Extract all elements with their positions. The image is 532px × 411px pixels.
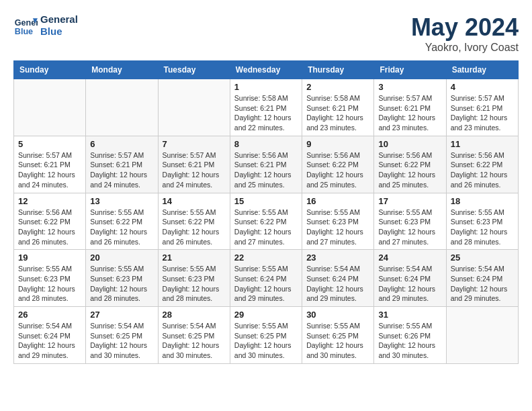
calendar-cell: 4Sunrise: 5:57 AMSunset: 6:21 PMDaylight…	[446, 79, 518, 136]
day-info: Sunrise: 5:55 AMSunset: 6:23 PMDaylight:…	[451, 208, 514, 247]
day-number: 1	[234, 82, 298, 92]
calendar-cell: 7Sunrise: 5:57 AMSunset: 6:21 PMDaylight…	[158, 136, 230, 193]
calendar-cell: 20Sunrise: 5:55 AMSunset: 6:23 PMDayligh…	[86, 250, 158, 307]
day-number: 4	[451, 82, 514, 92]
location: Yaokro, Ivory Coast	[411, 42, 519, 54]
calendar-cell: 11Sunrise: 5:56 AMSunset: 6:22 PMDayligh…	[446, 136, 518, 193]
logo-icon: General Blue	[13, 13, 38, 38]
calendar-cell: 22Sunrise: 5:55 AMSunset: 6:24 PMDayligh…	[230, 250, 302, 307]
calendar-cell: 15Sunrise: 5:55 AMSunset: 6:22 PMDayligh…	[230, 193, 302, 250]
day-info: Sunrise: 5:55 AMSunset: 6:23 PMDaylight:…	[18, 264, 81, 304]
calendar-cell: 28Sunrise: 5:54 AMSunset: 6:25 PMDayligh…	[158, 307, 230, 364]
calendar-cell: 27Sunrise: 5:54 AMSunset: 6:25 PMDayligh…	[86, 307, 158, 364]
day-info: Sunrise: 5:54 AMSunset: 6:25 PMDaylight:…	[90, 321, 153, 361]
calendar-cell: 30Sunrise: 5:55 AMSunset: 6:25 PMDayligh…	[302, 307, 374, 364]
calendar-cell: 10Sunrise: 5:56 AMSunset: 6:22 PMDayligh…	[374, 136, 446, 193]
day-info: Sunrise: 5:55 AMSunset: 6:22 PMDaylight:…	[234, 208, 298, 247]
calendar-cell: 9Sunrise: 5:56 AMSunset: 6:22 PMDaylight…	[302, 136, 374, 193]
calendar-cell: 26Sunrise: 5:54 AMSunset: 6:24 PMDayligh…	[14, 307, 86, 364]
calendar-cell: 12Sunrise: 5:56 AMSunset: 6:22 PMDayligh…	[14, 193, 86, 250]
day-info: Sunrise: 5:56 AMSunset: 6:22 PMDaylight:…	[18, 208, 81, 247]
calendar-cell	[86, 79, 158, 136]
day-number: 23	[306, 253, 369, 263]
day-info: Sunrise: 5:55 AMSunset: 6:23 PMDaylight:…	[306, 208, 369, 247]
day-number: 16	[306, 196, 369, 206]
day-number: 31	[378, 310, 441, 320]
calendar-table: SundayMondayTuesdayWednesdayThursdayFrid…	[13, 60, 519, 364]
calendar-cell: 13Sunrise: 5:55 AMSunset: 6:22 PMDayligh…	[86, 193, 158, 250]
calendar-header-row: SundayMondayTuesdayWednesdayThursdayFrid…	[14, 61, 519, 79]
day-number: 13	[90, 196, 153, 206]
day-number: 9	[306, 139, 369, 149]
svg-text:Blue: Blue	[15, 27, 33, 36]
day-info: Sunrise: 5:54 AMSunset: 6:25 PMDaylight:…	[163, 321, 226, 361]
day-info: Sunrise: 5:58 AMSunset: 6:21 PMDaylight:…	[234, 93, 298, 133]
day-info: Sunrise: 5:55 AMSunset: 6:23 PMDaylight:…	[90, 264, 153, 304]
day-number: 2	[306, 82, 369, 92]
calendar-cell: 14Sunrise: 5:55 AMSunset: 6:22 PMDayligh…	[158, 193, 230, 250]
day-info: Sunrise: 5:55 AMSunset: 6:23 PMDaylight:…	[163, 264, 226, 304]
calendar-cell: 24Sunrise: 5:54 AMSunset: 6:24 PMDayligh…	[374, 250, 446, 307]
calendar-week-row: 19Sunrise: 5:55 AMSunset: 6:23 PMDayligh…	[14, 250, 519, 307]
calendar-cell: 3Sunrise: 5:57 AMSunset: 6:21 PMDaylight…	[374, 79, 446, 136]
day-number: 8	[234, 139, 298, 149]
day-number: 20	[90, 253, 153, 263]
day-number: 30	[306, 310, 369, 320]
calendar-cell: 25Sunrise: 5:54 AMSunset: 6:24 PMDayligh…	[446, 250, 518, 307]
day-info: Sunrise: 5:57 AMSunset: 6:21 PMDaylight:…	[90, 150, 153, 190]
day-info: Sunrise: 5:58 AMSunset: 6:21 PMDaylight:…	[306, 93, 369, 133]
day-number: 11	[451, 139, 514, 149]
day-info: Sunrise: 5:55 AMSunset: 6:22 PMDaylight:…	[90, 208, 153, 247]
day-info: Sunrise: 5:56 AMSunset: 6:22 PMDaylight:…	[378, 150, 441, 190]
day-info: Sunrise: 5:56 AMSunset: 6:21 PMDaylight:…	[234, 150, 298, 190]
day-header-saturday: Saturday	[446, 61, 518, 79]
day-info: Sunrise: 5:57 AMSunset: 6:21 PMDaylight:…	[163, 150, 226, 190]
day-header-thursday: Thursday	[302, 61, 374, 79]
day-number: 28	[163, 310, 226, 320]
logo-blue: Blue	[40, 26, 78, 38]
calendar-cell: 21Sunrise: 5:55 AMSunset: 6:23 PMDayligh…	[158, 250, 230, 307]
day-info: Sunrise: 5:54 AMSunset: 6:24 PMDaylight:…	[378, 264, 441, 304]
calendar-cell: 17Sunrise: 5:55 AMSunset: 6:23 PMDayligh…	[374, 193, 446, 250]
day-info: Sunrise: 5:54 AMSunset: 6:24 PMDaylight:…	[18, 321, 81, 361]
day-number: 15	[234, 196, 298, 206]
day-info: Sunrise: 5:55 AMSunset: 6:24 PMDaylight:…	[234, 264, 298, 304]
month-title: May 2024	[411, 13, 519, 42]
calendar-cell: 23Sunrise: 5:54 AMSunset: 6:24 PMDayligh…	[302, 250, 374, 307]
day-number: 17	[378, 196, 441, 206]
calendar-cell: 31Sunrise: 5:55 AMSunset: 6:26 PMDayligh…	[374, 307, 446, 364]
calendar-cell: 29Sunrise: 5:55 AMSunset: 6:25 PMDayligh…	[230, 307, 302, 364]
calendar-week-row: 12Sunrise: 5:56 AMSunset: 6:22 PMDayligh…	[14, 193, 519, 250]
calendar-cell: 19Sunrise: 5:55 AMSunset: 6:23 PMDayligh…	[14, 250, 86, 307]
day-info: Sunrise: 5:55 AMSunset: 6:23 PMDaylight:…	[378, 208, 441, 247]
day-info: Sunrise: 5:57 AMSunset: 6:21 PMDaylight:…	[18, 150, 81, 190]
day-header-friday: Friday	[374, 61, 446, 79]
day-number: 24	[378, 253, 441, 263]
title-block: May 2024 Yaokro, Ivory Coast	[411, 13, 519, 54]
day-number: 10	[378, 139, 441, 149]
day-number: 14	[163, 196, 226, 206]
day-info: Sunrise: 5:55 AMSunset: 6:26 PMDaylight:…	[378, 321, 441, 361]
day-number: 22	[234, 253, 298, 263]
calendar-cell: 18Sunrise: 5:55 AMSunset: 6:23 PMDayligh…	[446, 193, 518, 250]
day-info: Sunrise: 5:57 AMSunset: 6:21 PMDaylight:…	[451, 93, 514, 133]
day-number: 26	[18, 310, 81, 320]
day-info: Sunrise: 5:55 AMSunset: 6:22 PMDaylight:…	[163, 208, 226, 247]
day-number: 27	[90, 310, 153, 320]
day-header-sunday: Sunday	[14, 61, 86, 79]
calendar-cell: 2Sunrise: 5:58 AMSunset: 6:21 PMDaylight…	[302, 79, 374, 136]
day-header-tuesday: Tuesday	[158, 61, 230, 79]
day-info: Sunrise: 5:55 AMSunset: 6:25 PMDaylight:…	[306, 321, 369, 361]
day-info: Sunrise: 5:54 AMSunset: 6:24 PMDaylight:…	[451, 264, 514, 304]
day-header-monday: Monday	[86, 61, 158, 79]
calendar-cell: 8Sunrise: 5:56 AMSunset: 6:21 PMDaylight…	[230, 136, 302, 193]
calendar-week-row: 26Sunrise: 5:54 AMSunset: 6:24 PMDayligh…	[14, 307, 519, 364]
page-header: General Blue General Blue May 2024 Yaokr…	[13, 13, 519, 54]
calendar-cell: 6Sunrise: 5:57 AMSunset: 6:21 PMDaylight…	[86, 136, 158, 193]
day-number: 18	[451, 196, 514, 206]
day-number: 12	[18, 196, 81, 206]
day-info: Sunrise: 5:56 AMSunset: 6:22 PMDaylight:…	[306, 150, 369, 190]
day-info: Sunrise: 5:57 AMSunset: 6:21 PMDaylight:…	[378, 93, 441, 133]
day-info: Sunrise: 5:54 AMSunset: 6:24 PMDaylight:…	[306, 264, 369, 304]
day-number: 6	[90, 139, 153, 149]
